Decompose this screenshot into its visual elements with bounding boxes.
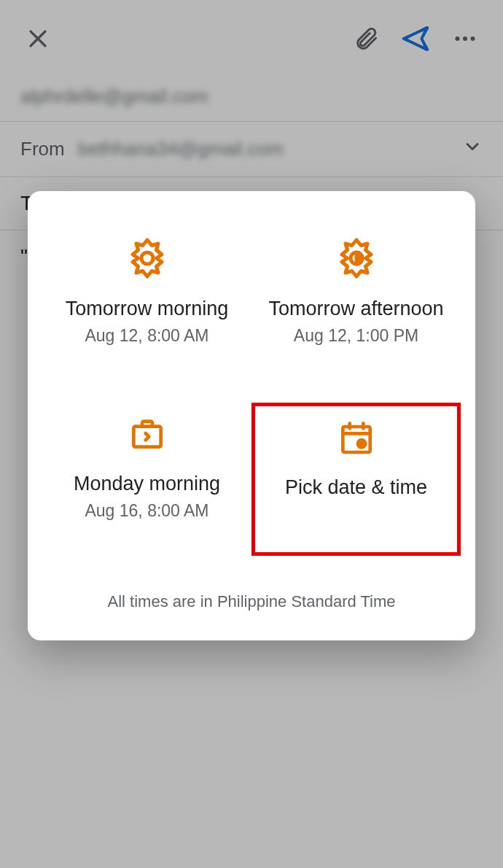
option-monday-morning[interactable]: Monday morning Aug 16, 8:00 AM xyxy=(42,403,252,556)
option-sub: Aug 12, 8:00 AM xyxy=(85,326,208,346)
option-title: Tomorrow morning xyxy=(66,296,229,322)
option-tomorrow-afternoon[interactable]: Tomorrow afternoon Aug 12, 1:00 PM xyxy=(252,228,461,381)
svg-point-11 xyxy=(141,252,153,264)
option-title: Pick date & time xyxy=(285,475,427,500)
schedule-dialog: Tomorrow morning Aug 12, 8:00 AM Tomorro… xyxy=(28,191,475,640)
option-tomorrow-morning[interactable]: Tomorrow morning Aug 12, 8:00 AM xyxy=(42,228,252,381)
sun-icon xyxy=(125,236,169,280)
calendar-icon xyxy=(336,415,377,459)
option-title: Monday morning xyxy=(74,471,220,497)
half-sun-icon xyxy=(335,236,378,280)
svg-point-19 xyxy=(357,440,364,447)
option-title: Tomorrow afternoon xyxy=(268,296,443,322)
option-sub: Aug 16, 8:00 AM xyxy=(85,501,208,521)
option-sub: Aug 12, 1:00 PM xyxy=(294,326,418,346)
svg-rect-15 xyxy=(343,427,370,452)
option-pick-date-time[interactable]: Pick date & time xyxy=(252,403,461,556)
dialog-footer: All times are in Philippine Standard Tim… xyxy=(42,592,461,611)
svg-marker-10 xyxy=(133,240,162,276)
briefcase-icon xyxy=(127,411,168,455)
